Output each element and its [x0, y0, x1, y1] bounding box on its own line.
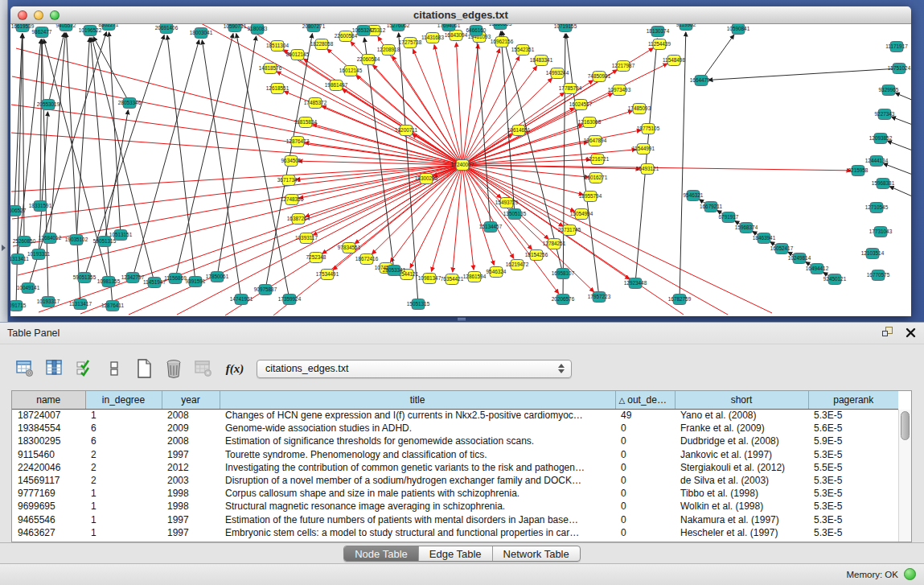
- new-table-button[interactable]: [132, 357, 156, 380]
- table-cell[interactable]: 5.3E-5: [808, 409, 898, 422]
- float-panel-icon[interactable]: [882, 327, 894, 338]
- table-cell[interactable]: 0: [615, 513, 675, 526]
- table-cell[interactable]: 0: [615, 487, 675, 500]
- network-window-titlebar[interactable]: citations_edges.txt: [10, 6, 911, 24]
- column-header-in_degree[interactable]: in_degree: [85, 391, 162, 409]
- graph-node[interactable]: 10193317: [37, 297, 60, 307]
- graph-node[interactable]: 6791917: [719, 212, 739, 223]
- graph-node[interactable]: 20691406: [155, 24, 179, 34]
- table-cell[interactable]: Yano et al. (2008): [675, 409, 808, 422]
- graph-node-selected[interactable]: 16012145: [339, 66, 363, 76]
- graph-node[interactable]: 10193311: [27, 249, 50, 260]
- graph-node[interactable]: 19035102: [65, 235, 88, 245]
- graph-node-selected[interactable]: 16387264: [287, 214, 310, 225]
- table-row[interactable]: 1938455462009Genome-wide association stu…: [12, 422, 898, 435]
- graph-node[interactable]: 16770575: [867, 270, 890, 281]
- graph-node-selected[interactable]: 12217987: [612, 61, 635, 72]
- graph-node[interactable]: 9119902: [676, 24, 696, 31]
- citation-edge[interactable]: [105, 110, 128, 241]
- graph-node[interactable]: 25260850: [13, 237, 36, 247]
- table-cell[interactable]: Genome-wide association studies in ADHD.: [220, 422, 615, 435]
- graph-node[interactable]: 12342757: [121, 273, 145, 283]
- citation-edge[interactable]: [42, 39, 48, 302]
- citation-edge[interactable]: [175, 34, 233, 278]
- graph-node-selected[interactable]: 9634505: [281, 156, 302, 167]
- table-cell[interactable]: 1998: [162, 487, 220, 500]
- zoom-window-button[interactable]: [50, 10, 60, 20]
- graph-node[interactable]: 15051315: [407, 299, 430, 310]
- table-cell[interactable]: 0: [615, 422, 675, 435]
- column-header-pagerank[interactable]: pagerank: [808, 391, 898, 409]
- citation-edge-selected[interactable]: [462, 165, 684, 315]
- table-cell[interactable]: 9465546: [12, 513, 85, 526]
- citation-edge[interactable]: [91, 38, 113, 306]
- table-scrollbar[interactable]: [898, 410, 911, 542]
- table-cell[interactable]: 5.6E-5: [808, 422, 898, 435]
- network-canvas[interactable]: 1724000717485372118158341287647796345053…: [10, 24, 911, 316]
- graph-node-selected[interactable]: 10393117: [295, 233, 318, 244]
- graph-node[interactable]: 15968374: [735, 223, 758, 233]
- table-cell[interactable]: 19384554: [12, 422, 85, 435]
- citation-edge-selected[interactable]: [434, 45, 462, 165]
- citation-edge-selected[interactable]: [462, 165, 772, 313]
- graph-node[interactable]: 9391591: [186, 277, 206, 287]
- network-canvas-svg[interactable]: 1724000717485372118158341287647796345053…: [10, 24, 911, 316]
- table-cell[interactable]: 0: [615, 474, 675, 487]
- close-panel-icon[interactable]: [906, 328, 916, 338]
- graph-node[interactable]: 12923448: [624, 278, 647, 289]
- graph-node[interactable]: 16679211: [700, 202, 722, 212]
- table-selector-dropdown[interactable]: citations_edges.txt: [257, 360, 572, 378]
- table-settings-button[interactable]: [13, 357, 37, 380]
- memory-ok-indicator-icon[interactable]: [904, 568, 916, 580]
- citation-edge[interactable]: [891, 117, 911, 129]
- graph-node-selected[interactable]: 18228058: [310, 39, 334, 50]
- graph-node-selected[interactable]: 18775105: [637, 124, 660, 134]
- tab-network-table[interactable]: Network Table: [492, 546, 580, 561]
- graph-node-selected[interactable]: 16962156: [491, 37, 514, 47]
- citation-edge[interactable]: [217, 36, 257, 277]
- graph-node[interactable]: 9405572: [56, 24, 76, 31]
- graph-node[interactable]: 16052417: [770, 244, 794, 254]
- table-cell[interactable]: Investigating the contribution of common…: [220, 461, 615, 474]
- graph-node[interactable]: 11451947: [143, 278, 166, 288]
- graph-node[interactable]: 59051355: [73, 273, 97, 283]
- citation-edge[interactable]: [889, 187, 911, 201]
- graph-node[interactable]: 20206576: [552, 295, 575, 305]
- graph-node-selected[interactable]: 12208918: [377, 45, 400, 56]
- show-column-button[interactable]: [43, 357, 67, 380]
- graph-node[interactable]: 17359924: [278, 295, 302, 305]
- table-row[interactable]: 946554611997Estimation of the future num…: [12, 513, 898, 526]
- table-cell[interactable]: 5.3E-5: [808, 500, 898, 513]
- citation-edge[interactable]: [109, 32, 121, 235]
- citation-edge-selected[interactable]: [16, 48, 462, 165]
- table-cell[interactable]: 9777169: [12, 487, 85, 500]
- table-cell[interactable]: 1997: [162, 448, 220, 461]
- graph-node-selected[interactable]: 15542351: [511, 45, 535, 56]
- graph-node[interactable]: 10590841: [727, 24, 750, 35]
- graph-node[interactable]: 18331591: [29, 201, 52, 212]
- table-cell[interactable]: 2008: [162, 435, 220, 447]
- table-cell[interactable]: 1: [85, 500, 162, 513]
- graph-node[interactable]: 12103514: [861, 249, 885, 259]
- graph-node[interactable]: 16494412: [806, 264, 829, 274]
- graph-node[interactable]: 9180083: [248, 24, 268, 35]
- graph-node[interactable]: 20807271: [302, 24, 326, 32]
- table-cell[interactable]: 2: [85, 461, 162, 474]
- graph-node[interactable]: 16619539: [11, 24, 35, 32]
- table-cell[interactable]: 0: [615, 526, 675, 539]
- graph-node[interactable]: 18003041: [190, 28, 213, 39]
- table-cell[interactable]: 5.5E-5: [808, 461, 898, 474]
- left-panel-edge[interactable]: [0, 0, 8, 322]
- table-cell[interactable]: Structural magnetic resonance image aver…: [220, 500, 615, 513]
- graph-node[interactable]: 16958107: [552, 269, 575, 279]
- graph-node[interactable]: 8302271: [99, 24, 119, 31]
- citation-edge-selected[interactable]: [462, 159, 590, 165]
- column-header-short[interactable]: short: [675, 391, 808, 409]
- table-cell[interactable]: Estimation of the future numbers of pati…: [220, 513, 615, 526]
- graph-node[interactable]: 16860633: [489, 24, 512, 30]
- citation-edge-selected[interactable]: [18, 165, 462, 275]
- citation-edge[interactable]: [887, 141, 911, 154]
- graph-node-selected[interactable]: 12784251: [543, 239, 566, 249]
- table-cell[interactable]: 1997: [162, 513, 220, 526]
- table-cell[interactable]: 2009: [162, 422, 220, 435]
